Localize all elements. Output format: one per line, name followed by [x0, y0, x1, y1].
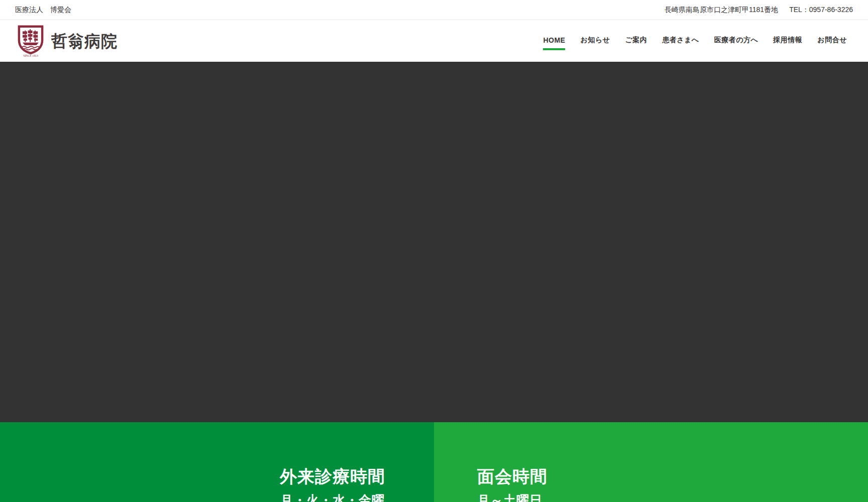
- main-nav: HOME お知らせ ご案内 患者さまへ 医療者の方へ 採用情報 お問合せ: [543, 31, 847, 52]
- corporation-name: 医療法人 博愛会: [15, 6, 71, 15]
- visiting-hours-title: 面会時間: [477, 464, 693, 489]
- nav-item-news[interactable]: お知らせ: [580, 31, 610, 52]
- nav-item-medical[interactable]: 医療者の方へ: [714, 31, 758, 52]
- visiting-hours-days: 月～土曜日: [477, 491, 693, 502]
- nav-item-recruit[interactable]: 採用情報: [773, 31, 802, 52]
- top-utility-bar: 医療法人 博愛会 長崎県南島原市口之津町甲1181番地 TEL：0957-86-…: [0, 0, 868, 20]
- site-logo[interactable]: SINCE 1913 哲翁病院: [17, 25, 118, 57]
- visiting-hours-panel: 面会時間 月～土曜日: [434, 422, 868, 502]
- hospital-tel: TEL：0957-86-3226: [789, 6, 853, 15]
- nav-item-patients[interactable]: 患者さまへ: [662, 31, 699, 52]
- nav-item-contact[interactable]: お問合せ: [817, 31, 847, 52]
- outpatient-hours-days: 月・火・水・金曜日: [274, 491, 391, 502]
- hospital-name: 哲翁病院: [51, 33, 118, 49]
- hero-main-visual: [0, 62, 868, 422]
- hospital-address: 長崎県南島原市口之津町甲1181番地: [665, 6, 778, 15]
- site-header: SINCE 1913 哲翁病院 HOME お知らせ ご案内 患者さまへ 医療者の…: [0, 20, 868, 62]
- nav-item-home[interactable]: HOME: [543, 31, 565, 51]
- nav-item-guide[interactable]: ご案内: [625, 31, 647, 52]
- outpatient-hours-title: 外来診療時間: [274, 464, 391, 489]
- outpatient-hours-panel: 外来診療時間 月・火・水・金曜日: [0, 422, 434, 502]
- hours-section: 外来診療時間 月・火・水・金曜日 面会時間 月～土曜日: [0, 422, 868, 502]
- hospital-crest-icon: SINCE 1913: [17, 25, 44, 57]
- logo-since-text: SINCE 1913: [23, 54, 38, 57]
